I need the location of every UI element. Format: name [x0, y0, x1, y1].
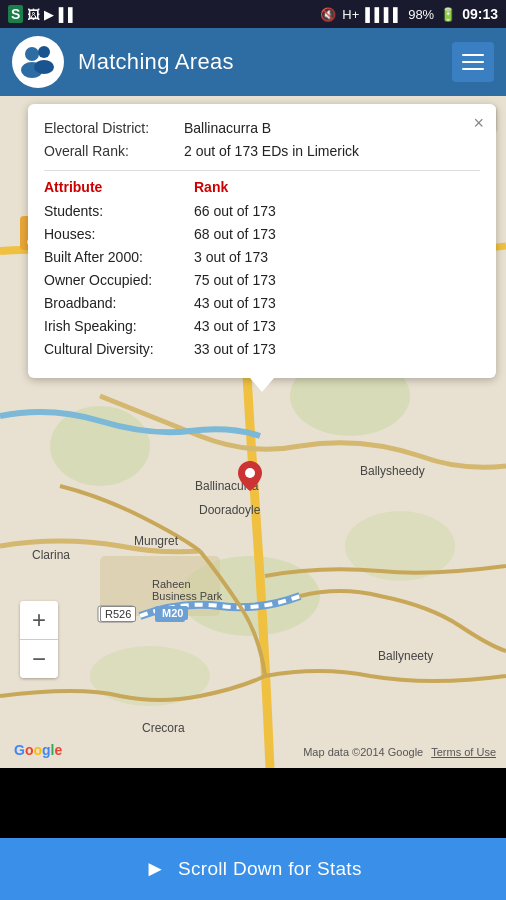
signal-type: H+ [342, 7, 359, 22]
photo-icon: 🖼 [27, 7, 40, 22]
send-icon: ► [144, 856, 166, 882]
map-label-ballysheedy: Ballysheedy [360, 464, 425, 478]
popup-row: Cultural Diversity:33 out of 173 [44, 339, 480, 360]
map-label-ballyneety: Ballyneety [378, 649, 433, 663]
map-label-crecora: Crecora [142, 721, 185, 735]
map-label-dooradoyle: Dooradoyle [199, 503, 260, 517]
row-rank: 33 out of 173 [194, 339, 276, 360]
status-bar: S 🖼 ▶▐▐ 🔇 H+ ▌▌▌▌ 98% 🔋 09:13 [0, 0, 506, 28]
electoral-district-value: Ballinacurra B [184, 118, 271, 139]
rank-header: Rank [194, 179, 228, 195]
popup-row: Broadband:43 out of 173 [44, 293, 480, 314]
avatar [12, 36, 64, 88]
attribute-header: Attribute [44, 179, 194, 195]
overall-rank-value: 2 out of 173 EDs in Limerick [184, 141, 359, 162]
popup-row: Owner Occupied:75 out of 173 [44, 270, 480, 291]
popup-row: Students:66 out of 173 [44, 201, 480, 222]
popup-close-button[interactable]: × [473, 114, 484, 132]
overall-rank-field: Overall Rank: 2 out of 173 EDs in Limeri… [44, 141, 480, 162]
battery-percent: 98% [408, 7, 434, 22]
svg-point-3 [34, 60, 54, 74]
overall-rank-label: Overall Rank: [44, 141, 184, 162]
zoom-controls: + − [20, 601, 58, 678]
google-watermark: Google [14, 742, 62, 758]
page-title: Matching Areas [78, 49, 438, 75]
row-attribute: Irish Speaking: [44, 316, 194, 337]
avatar-icon [16, 40, 60, 84]
map-container[interactable]: R465 R471 Ballinacurra Dooradoyle Mungre… [0, 96, 506, 768]
location-pin [238, 461, 262, 495]
row-rank: 43 out of 173 [194, 316, 276, 337]
map-label-mungret: Mungret [134, 534, 178, 548]
popup-row: Irish Speaking:43 out of 173 [44, 316, 480, 337]
electoral-district-label: Electoral District: [44, 118, 184, 139]
map-label-raheen: RaheenBusiness Park [152, 578, 222, 602]
road-label-r526: R526 [100, 606, 136, 622]
popup-row: Houses:68 out of 173 [44, 224, 480, 245]
map-label-clarina: Clarina [32, 548, 70, 562]
media-icon: ▶▐▐ [44, 7, 72, 22]
row-rank: 68 out of 173 [194, 224, 276, 245]
zoom-in-button[interactable]: + [20, 601, 58, 639]
map-attribution: Map data ©2014 Google Terms of Use [303, 746, 496, 758]
svg-point-2 [38, 46, 50, 58]
battery-icon: 🔋 [440, 7, 456, 22]
map-data-text: Map data ©2014 Google [303, 746, 423, 758]
row-rank: 3 out of 173 [194, 247, 268, 268]
info-popup: × Electoral District: Ballinacurra B Ove… [28, 104, 496, 378]
svg-point-18 [245, 468, 255, 478]
row-rank: 66 out of 173 [194, 201, 276, 222]
row-attribute: Students: [44, 201, 194, 222]
zoom-out-button[interactable]: − [20, 640, 58, 678]
terms-of-use-link[interactable]: Terms of Use [431, 746, 496, 758]
row-attribute: Cultural Diversity: [44, 339, 194, 360]
menu-button[interactable] [452, 42, 494, 82]
popup-divider [44, 170, 480, 171]
electoral-district-field: Electoral District: Ballinacurra B [44, 118, 480, 139]
row-rank: 43 out of 173 [194, 293, 276, 314]
svg-point-0 [25, 47, 39, 61]
app-icon-s: S [8, 5, 23, 23]
row-attribute: Broadband: [44, 293, 194, 314]
status-icons: S 🖼 ▶▐▐ [8, 5, 73, 23]
popup-table-header: Attribute Rank [44, 179, 480, 195]
scroll-down-button[interactable]: ► Scroll Down for Stats [0, 838, 506, 900]
row-attribute: Built After 2000: [44, 247, 194, 268]
hamburger-icon [462, 54, 484, 70]
status-indicators: 🔇 H+ ▌▌▌▌ 98% 🔋 09:13 [320, 6, 498, 22]
row-attribute: Houses: [44, 224, 194, 245]
popup-pointer [250, 378, 274, 392]
popup-rows: Students:66 out of 173Houses:68 out of 1… [44, 201, 480, 360]
mute-icon: 🔇 [320, 7, 336, 22]
road-label-m20: M20 [157, 606, 188, 620]
popup-row: Built After 2000:3 out of 173 [44, 247, 480, 268]
row-attribute: Owner Occupied: [44, 270, 194, 291]
clock: 09:13 [462, 6, 498, 22]
signal-bars: ▌▌▌▌ [365, 7, 402, 22]
row-rank: 75 out of 173 [194, 270, 276, 291]
header: Matching Areas [0, 28, 506, 96]
scroll-button-text: Scroll Down for Stats [178, 858, 362, 880]
